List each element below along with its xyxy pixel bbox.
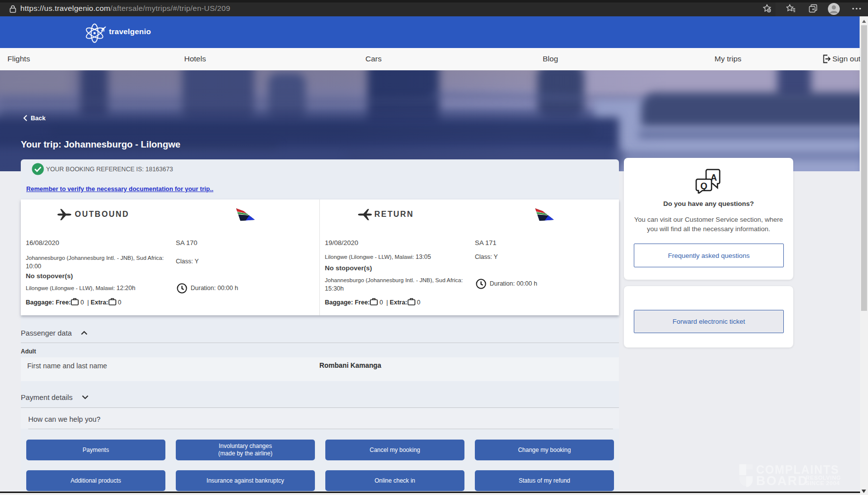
svg-text:SINCE 2004: SINCE 2004 (806, 480, 840, 486)
svg-text:Q: Q (700, 181, 707, 191)
svg-text:BOARD: BOARD (756, 473, 808, 488)
